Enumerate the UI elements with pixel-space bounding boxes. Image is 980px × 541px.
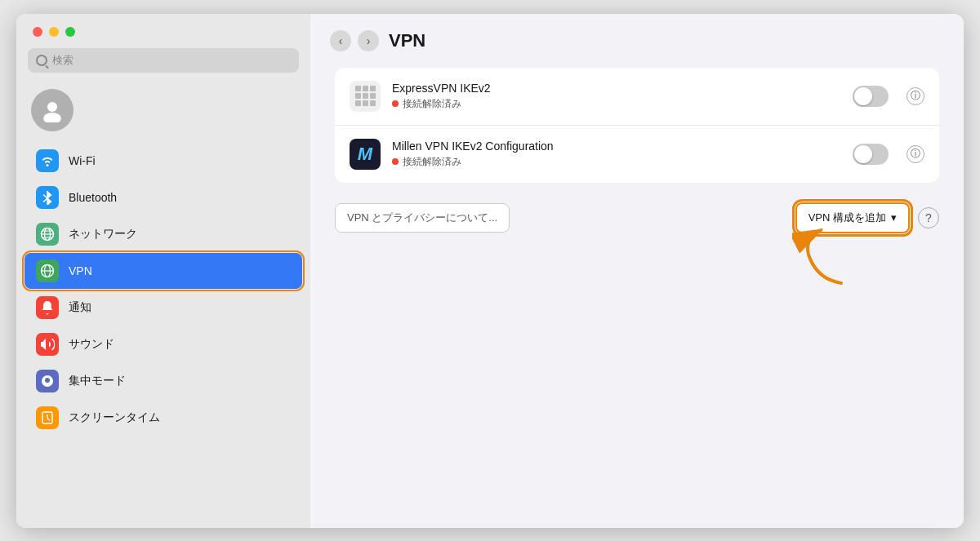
sidebar-item-sound-label: サウンド xyxy=(69,337,114,352)
svg-point-0 xyxy=(47,102,57,112)
sidebar-item-bluetooth-label: Bluetooth xyxy=(69,191,117,204)
sidebar-item-screentime[interactable]: スクリーンタイム xyxy=(24,400,302,436)
vpn-icon xyxy=(36,259,59,282)
millen-icon: M xyxy=(350,139,381,170)
search-icon xyxy=(36,55,47,66)
millen-info: Millen VPN IKEv2 Configuration 接続解除済み xyxy=(392,140,841,169)
expressvpn-toggle[interactable] xyxy=(853,86,889,107)
right-actions: VPN 構成を追加 ▾ ? xyxy=(795,202,939,233)
sidebar-item-bluetooth[interactable]: Bluetooth xyxy=(24,180,302,215)
vpn-item-expressvpn: ExpressVPN IKEv2 接続解除済み ⓘ xyxy=(335,68,939,126)
focus-icon xyxy=(36,370,59,392)
wifi-icon xyxy=(36,149,59,172)
sidebar-item-notification-label: 通知 xyxy=(69,300,91,315)
privacy-link-button[interactable]: VPN とプライバシーについて... xyxy=(335,203,510,233)
millen-toggle-knob xyxy=(854,145,872,163)
help-button[interactable]: ? xyxy=(918,207,939,228)
screentime-icon xyxy=(36,406,59,429)
svg-point-1 xyxy=(43,113,61,122)
millen-toggle[interactable] xyxy=(853,144,889,165)
dropdown-icon: ▾ xyxy=(891,211,897,224)
close-button[interactable] xyxy=(33,27,42,37)
content-body: ExpressVPN IKEv2 接続解除済み ⓘ M xyxy=(310,68,964,528)
sidebar-item-wifi[interactable]: Wi-Fi xyxy=(24,143,302,179)
minimize-button[interactable] xyxy=(49,27,59,37)
millen-info-button[interactable]: ⓘ xyxy=(906,145,924,163)
expressvpn-icon xyxy=(350,81,381,112)
millen-name: Millen VPN IKEv2 Configuration xyxy=(392,140,841,153)
sidebar-item-network[interactable]: ネットワーク xyxy=(24,216,302,252)
user-avatar-section xyxy=(16,84,310,143)
millen-status-dot xyxy=(392,158,399,165)
titlebar xyxy=(16,27,310,48)
bottom-actions: VPN とプライバシーについて... VPN 構成を追加 ▾ ? xyxy=(335,202,939,233)
svg-line-12 xyxy=(47,419,50,420)
sidebar-item-focus-label: 集中モード xyxy=(69,374,126,388)
millen-m-letter: M xyxy=(358,144,372,165)
main-window: 検索 Wi-Fi xyxy=(16,14,964,528)
search-bar[interactable]: 検索 xyxy=(28,48,299,73)
sidebar-item-vpn-label: VPN xyxy=(69,264,92,277)
sidebar-item-wifi-label: Wi-Fi xyxy=(69,154,96,167)
notification-icon xyxy=(36,296,59,319)
sidebar-item-focus[interactable]: 集中モード xyxy=(24,363,302,399)
sidebar-items: Wi-Fi Bluetooth xyxy=(16,143,310,436)
sidebar-item-notification[interactable]: 通知 xyxy=(24,290,302,326)
expressvpn-status-text: 接続解除済み xyxy=(403,97,461,111)
expressvpn-name: ExpressVPN IKEv2 xyxy=(392,82,841,95)
vpn-item-millen: M Millen VPN IKEv2 Configuration 接続解除済み … xyxy=(335,126,939,183)
add-vpn-button[interactable]: VPN 構成を追加 ▾ xyxy=(795,202,910,233)
sidebar-item-vpn[interactable]: VPN xyxy=(24,253,302,289)
sidebar-item-network-label: ネットワーク xyxy=(69,227,137,242)
bluetooth-icon xyxy=(36,186,59,209)
vpn-list-card: ExpressVPN IKEv2 接続解除済み ⓘ M xyxy=(335,68,939,183)
expressvpn-info: ExpressVPN IKEv2 接続解除済み xyxy=(392,82,841,111)
search-input[interactable]: 検索 xyxy=(52,53,74,68)
fullscreen-button[interactable] xyxy=(65,27,75,37)
forward-button[interactable]: › xyxy=(358,30,379,51)
main-content: ‹ › VPN xyxy=(310,14,964,528)
page-title: VPN xyxy=(389,30,425,51)
sidebar-item-screentime-label: スクリーンタイム xyxy=(69,410,160,425)
millen-status-text: 接続解除済み xyxy=(403,155,461,169)
sound-icon xyxy=(36,333,59,356)
sidebar: 検索 Wi-Fi xyxy=(16,14,310,528)
content-header: ‹ › VPN xyxy=(310,14,964,68)
expressvpn-info-button[interactable]: ⓘ xyxy=(906,87,924,105)
back-button[interactable]: ‹ xyxy=(330,30,351,51)
expressvpn-status-dot xyxy=(392,100,399,107)
expressvpn-toggle-knob xyxy=(854,87,872,105)
avatar xyxy=(31,89,74,131)
millen-status: 接続解除済み xyxy=(392,155,841,169)
expressvpn-status: 接続解除済み xyxy=(392,97,841,111)
add-vpn-label: VPN 構成を追加 xyxy=(808,211,886,225)
network-icon xyxy=(36,223,59,246)
sidebar-item-sound[interactable]: サウンド xyxy=(24,326,302,362)
